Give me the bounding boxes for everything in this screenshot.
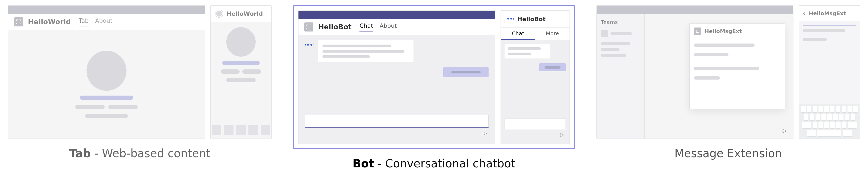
incoming-message-bubble <box>318 40 413 62</box>
tab-chat[interactable]: Chat <box>360 22 373 31</box>
tab-row: HelloWorld Tab About HelloWorld <box>8 5 272 139</box>
send-icon[interactable]: ▷ <box>783 127 787 134</box>
app-icon <box>304 22 313 31</box>
teams-sidebar: Teams <box>597 14 645 139</box>
team-icon <box>601 30 608 37</box>
app-title: HelloWorld <box>28 18 71 26</box>
tab-mobile-window: HelloWorld <box>210 5 272 139</box>
bot-row: HelloBot Chat About ‹••› <box>298 10 570 144</box>
bot-mobile-tabs: Chat More <box>501 27 569 40</box>
skeleton-line <box>601 54 626 57</box>
bot-mobile-header: ‹••› HelloBot <box>501 11 569 27</box>
bot-desktop-tabs: Chat About <box>360 22 397 31</box>
skeleton-line <box>80 96 133 100</box>
nav-item[interactable] <box>224 125 234 135</box>
mobile-title: HelloWorld <box>226 10 263 17</box>
me-mobile-header: ‹ HelloMsgExt <box>799 6 860 21</box>
skeleton-row <box>75 105 138 109</box>
me-body: HelloMsgExt <box>645 14 793 125</box>
desktop-titlebar <box>597 6 793 14</box>
svg-text:‹••›: ‹••› <box>305 42 314 48</box>
me-desktop-window: Teams HelloMsgExt <box>596 5 794 139</box>
incoming-message-row: ‹••› <box>305 40 489 62</box>
tab-about[interactable]: About <box>95 17 112 26</box>
skeleton-line <box>694 67 759 70</box>
app-icon <box>14 17 23 26</box>
skeleton-line <box>75 105 105 109</box>
skeleton-line <box>85 114 128 118</box>
mobile-keyboard[interactable] <box>799 104 860 139</box>
presence-avatar-icon <box>215 10 223 17</box>
skeleton-line <box>545 66 560 69</box>
bot-avatar-icon: ‹••› <box>505 15 514 24</box>
skeleton-line <box>322 55 370 58</box>
skeleton-line <box>694 76 720 79</box>
desktop-titlebar <box>299 11 495 19</box>
tab-tab[interactable]: Tab <box>79 17 89 26</box>
skeleton-line <box>694 53 728 56</box>
skeleton-line <box>451 71 480 73</box>
me-mobile-body <box>799 21 860 48</box>
nav-item[interactable] <box>212 125 221 135</box>
divider <box>651 125 787 125</box>
skeleton-line <box>322 45 392 47</box>
back-icon[interactable]: ‹ <box>803 9 805 17</box>
incoming-message-bubble <box>504 44 550 58</box>
bot-mobile-window: ‹••› HelloBot Chat More <box>501 10 570 144</box>
caption-strong: Bot <box>352 157 374 170</box>
skeleton-line <box>601 42 630 45</box>
popup-body <box>690 39 785 86</box>
mobile-bottom-nav <box>210 122 272 139</box>
compose-area: ▷ <box>305 115 489 138</box>
caption-rest: - Web-based content <box>91 147 211 160</box>
sidebar-label: Teams <box>601 19 640 25</box>
bot-selection-frame: HelloBot Chat About ‹••› <box>293 5 575 149</box>
compose-actions: ▷ <box>651 127 787 134</box>
group-bot: HelloBot Chat About ‹••› <box>293 5 575 170</box>
caption-strong: Tab <box>69 147 91 160</box>
mobile-title: HelloMsgExt <box>809 10 846 17</box>
nav-item[interactable] <box>248 125 258 135</box>
skeleton-line <box>508 47 541 50</box>
bot-desktop-window: HelloBot Chat About ‹••› <box>298 10 495 144</box>
caption-rest: - Conversational chatbot <box>374 157 516 170</box>
compose-area: ▷ <box>504 119 566 140</box>
skeleton-line <box>803 38 827 41</box>
app-title: HelloBot <box>318 23 351 31</box>
compose-area: ▷ <box>645 125 793 139</box>
skeleton-line <box>242 69 261 74</box>
outgoing-message-bubble <box>539 63 566 71</box>
message-input[interactable] <box>504 119 566 129</box>
skeleton-line <box>221 69 240 74</box>
skeleton-line <box>226 78 256 82</box>
me-row: Teams HelloMsgExt <box>596 5 860 139</box>
bot-mobile-chat-area: ▷ <box>501 40 569 144</box>
avatar-placeholder <box>87 51 126 91</box>
group-tab: HelloWorld Tab About HelloWorld <box>8 5 272 160</box>
popup-title: HelloMsgExt <box>705 28 742 34</box>
nav-item[interactable] <box>261 125 270 135</box>
svg-text:‹••›: ‹••› <box>506 16 514 22</box>
bot-caption: Bot - Conversational chatbot <box>352 157 516 170</box>
compose-actions: ▷ <box>504 129 566 140</box>
tab-chat[interactable]: Chat <box>501 27 535 40</box>
mobile-title: HelloBot <box>517 16 546 22</box>
tab-caption: Tab - Web-based content <box>69 147 210 160</box>
tab-mobile-body <box>211 22 271 139</box>
message-input[interactable] <box>305 115 489 128</box>
bot-chat-area: ‹••› ▷ <box>299 35 495 144</box>
nav-item[interactable] <box>236 125 246 135</box>
tab-mobile-header: HelloWorld <box>211 6 271 22</box>
tab-desktop-appbar: HelloWorld Tab About <box>8 14 205 30</box>
send-icon[interactable]: ▷ <box>560 131 564 138</box>
tab-about[interactable]: About <box>380 22 397 31</box>
accent-divider <box>803 25 856 26</box>
compose-actions: ▷ <box>305 128 489 138</box>
tab-more[interactable]: More <box>535 27 569 40</box>
skeleton-line <box>803 29 845 32</box>
send-icon[interactable]: ▷ <box>483 130 487 136</box>
skeleton-line <box>508 53 531 55</box>
skeleton-line <box>601 48 620 51</box>
outgoing-message-bubble <box>443 67 489 77</box>
tab-desktop-window: HelloWorld Tab About <box>8 5 205 139</box>
